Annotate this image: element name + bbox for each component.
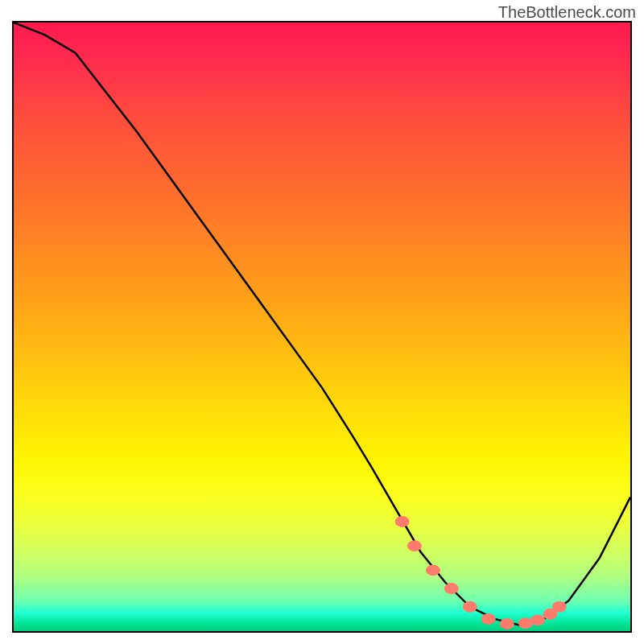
marker-point bbox=[407, 540, 422, 551]
watermark-text: TheBottleneck.com bbox=[498, 3, 636, 22]
marker-point bbox=[530, 614, 545, 625]
marker-point bbox=[518, 617, 533, 629]
marker-point bbox=[444, 583, 459, 594]
marker-point bbox=[481, 613, 496, 625]
marker-point bbox=[500, 618, 514, 630]
marker-point bbox=[426, 564, 440, 576]
bottleneck-curve-line bbox=[14, 23, 630, 625]
marker-point bbox=[395, 516, 410, 527]
chart-svg bbox=[14, 23, 630, 631]
chart-plot-area bbox=[12, 21, 632, 633]
marker-point bbox=[552, 601, 567, 613]
marker-point bbox=[463, 601, 477, 613]
